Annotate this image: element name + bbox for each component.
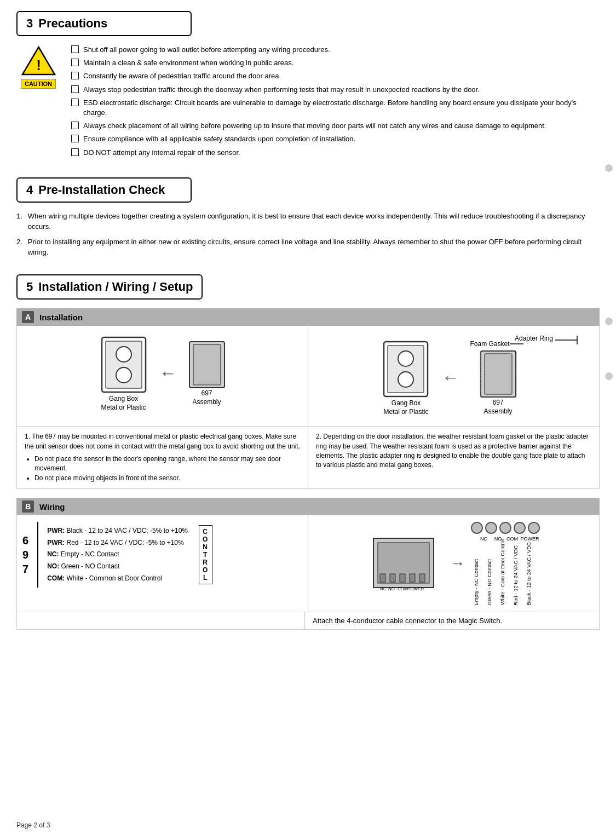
precaution-text: Shut off all power going to wall outlet … <box>83 45 330 55</box>
diagram-right: Adapter Ring Gang Box <box>308 326 599 426</box>
checkbox-icon <box>71 135 79 142</box>
section-3-number: 3 <box>26 16 33 31</box>
wiring-diagram-area: NC NO COM POWER → <box>368 522 540 605</box>
wiring-line-item: NC: Empty - NC Contact <box>47 550 188 559</box>
svg-text:!: ! <box>36 57 41 73</box>
gang-box-left-label: Gang Box Metal or Plastic <box>101 395 146 412</box>
gang-box-left-group: Gang Box Metal or Plastic <box>99 335 148 412</box>
wiring-left: 6 9 7 PWR: Black - 12 to 24 VAC / VDC: -… <box>17 515 308 612</box>
gang-box-right-group: Gang Box Metal or Plastic <box>381 339 430 416</box>
gang-box-left-svg <box>99 335 148 395</box>
gang-box-right-svg <box>381 339 430 399</box>
pin-power-red <box>514 522 526 534</box>
pin-circles-row <box>471 522 540 534</box>
page-number: Page 2 of 3 <box>16 821 50 829</box>
section-5-header: 5 Installation / Wiring / Setup <box>16 274 203 300</box>
svg-text:NC: NC <box>380 586 387 591</box>
subsection-a-letter: A <box>22 311 34 323</box>
rotated-pin-label: Empty - NC Contact <box>473 559 485 605</box>
pin-com <box>499 522 511 534</box>
precaution-item: ESD electrostatic discharge: Circuit boa… <box>71 98 600 118</box>
precaution-text: ESD electrostatic discharge: Circuit boa… <box>83 98 600 118</box>
svg-text:NO: NO <box>388 586 395 591</box>
gang-box-right-label: Gang Box Metal or Plastic <box>383 399 428 416</box>
pin-power-black <box>528 522 540 534</box>
installation-diagrams: Gang Box Metal or Plastic ← 697 Assembly <box>16 326 600 427</box>
rotated-labels: Empty - NC ContactGreen - NO ContactWhit… <box>473 545 538 605</box>
subsection-b-letter: B <box>22 500 34 513</box>
connector-svg: NC NO COM POWER <box>368 533 445 593</box>
device-box-left-group: 697 Assembly <box>188 340 226 406</box>
pin-no <box>485 522 497 534</box>
subsection-a-label: Installation <box>39 313 83 322</box>
subsection-a-bar: A Installation <box>16 308 600 326</box>
precautions-list: Shut off all power going to wall outlet … <box>71 45 600 161</box>
page-footer: Page 2 of 3 <box>16 821 50 829</box>
section-4-number: 4 <box>26 183 33 197</box>
install-note-left-text: 1. The 697 may be mounted in conventiona… <box>25 433 300 450</box>
wiring-bottom-right: Attach the 4-conductor cable connector t… <box>305 612 599 629</box>
wiring-vertical-line <box>37 522 38 588</box>
rotated-pin-label: Green - NO Contact <box>486 559 498 605</box>
svg-text:POWER: POWER <box>407 586 424 591</box>
rotated-pin-label: White - Com at Door Control <box>499 539 511 605</box>
connector-block: NC NO COM POWER <box>368 533 445 595</box>
svg-rect-7 <box>193 344 221 385</box>
pin-nc <box>471 522 483 534</box>
section-3-header: 3 Precautions <box>16 11 192 36</box>
caution-icon-block: ! CAUTION <box>16 45 60 161</box>
caution-triangle-icon: ! <box>21 45 56 77</box>
checkbox-icon <box>71 72 79 79</box>
wiring-content: 6 9 7 PWR: Black - 12 to 24 VAC / VDC: -… <box>16 515 600 612</box>
scroll-indicator-3 <box>605 372 613 380</box>
section-5-title: Installation / Wiring / Setup <box>38 280 193 294</box>
diagram-left: Gang Box Metal or Plastic ← 697 Assembly <box>17 326 308 426</box>
install-note-left: 1. The 697 may be mounted in conventiona… <box>17 427 308 488</box>
preinstall-num: 1. <box>16 211 22 232</box>
install-note-right-text: 2. Depending on the door installation, t… <box>316 433 589 469</box>
precaution-item: Always check placement of all wiring bef… <box>71 121 600 131</box>
svg-point-4 <box>116 347 131 362</box>
svg-rect-21 <box>390 574 395 582</box>
checkbox-icon <box>71 45 79 53</box>
caution-label-text: CAUTION <box>21 79 56 89</box>
device-box-right-label: 697 Assembly <box>483 399 512 416</box>
wiring-lines-list: PWR: Black - 12 to 24 VAC / VDC: -5% to … <box>47 527 188 583</box>
precaution-item: Maintain a clean & safe environment when… <box>71 58 600 68</box>
scroll-indicator-2 <box>605 318 613 325</box>
foam-gasket-line <box>510 340 526 348</box>
pin-diagram-group: NC NO COM POWER Empty - NC ContactGreen … <box>471 522 540 605</box>
preinstall-item: 1.When wiring multiple devices together … <box>16 211 600 232</box>
checkbox-icon <box>71 85 79 93</box>
checkbox-icon <box>71 148 79 156</box>
checkbox-icon <box>71 122 79 129</box>
device-box-left-label: 697 Assembly <box>192 389 221 406</box>
wiring-right: NC NO COM POWER → <box>308 515 599 612</box>
svg-point-5 <box>116 367 131 383</box>
install-notes: 1. The 697 may be mounted in conventiona… <box>16 427 600 489</box>
wiring-bottom: Attach the 4-conductor cable connector t… <box>16 612 600 630</box>
section-3-title: Precautions <box>38 16 107 31</box>
pin-label-nc: NC <box>478 536 490 542</box>
precaution-text: Ensure compliance with all applicable sa… <box>83 134 355 144</box>
precaution-item: Always stop pedestrian traffic through t… <box>71 85 600 95</box>
device-box-right-svg <box>479 349 517 399</box>
preinstall-text: Prior to installing any equipment in eit… <box>28 237 600 258</box>
arrow-wiring: → <box>450 555 465 572</box>
arrow-left-1: ← <box>159 363 177 383</box>
preinstall-num: 2. <box>16 237 22 258</box>
svg-rect-22 <box>400 574 405 582</box>
subsection-b-label: Wiring <box>39 502 65 511</box>
rotated-pin-label: Red - 12 to 24 VAC / VDC <box>513 545 525 606</box>
section-4: 4 Pre-Installation Check 1.When wiring m… <box>16 177 600 258</box>
preinstall-list: 1.When wiring multiple devices together … <box>16 211 600 258</box>
wiring-line-item: PWR: Red - 12 to 24 VAC / VDC: -5% to +1… <box>47 539 188 548</box>
arrow-right-1: ← <box>441 367 459 388</box>
wiring-bottom-left <box>17 612 305 629</box>
precaution-item: Ensure compliance with all applicable sa… <box>71 134 600 144</box>
checkbox-icon <box>71 99 79 106</box>
precaution-item: DO NOT attempt any internal repair of th… <box>71 148 600 158</box>
svg-rect-23 <box>410 574 415 582</box>
precaution-text: DO NOT attempt any internal repair of th… <box>83 148 240 158</box>
subsection-b-bar: B Wiring <box>16 498 600 515</box>
